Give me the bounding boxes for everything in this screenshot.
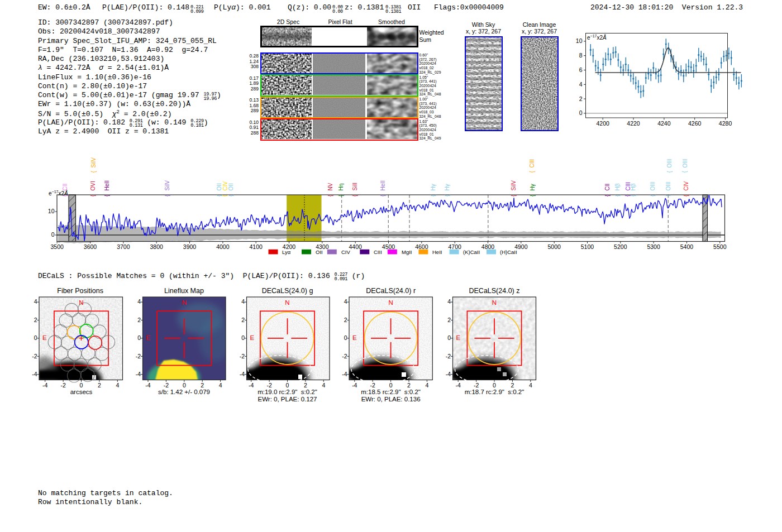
svg-text:{: { bbox=[666, 171, 673, 173]
svg-text:Hβ: Hβ bbox=[614, 183, 621, 190]
svg-text:CIII: CIII bbox=[529, 159, 535, 168]
svg-text:NV: NV bbox=[327, 183, 333, 190]
svg-text:Hγ: Hγ bbox=[430, 184, 436, 190]
svg-text:HeII: HeII bbox=[380, 180, 386, 190]
svg-text:SiII: SiII bbox=[352, 183, 358, 190]
svg-text:SiIV: SiIV bbox=[511, 180, 517, 191]
svg-text:OIII: OIII bbox=[665, 181, 671, 190]
svg-text:OIII: OIII bbox=[650, 181, 656, 190]
svg-text:Hβ: Hβ bbox=[630, 183, 636, 190]
svg-text:OIII: OIII bbox=[682, 159, 688, 167]
svg-text:Hγ: Hγ bbox=[444, 184, 450, 190]
svg-text:OIII: OIII bbox=[666, 159, 673, 167]
svg-text:{: { bbox=[682, 171, 688, 173]
svg-text:{: { bbox=[90, 171, 97, 173]
svg-text:Hη: Hη bbox=[338, 184, 344, 191]
svg-text:OII: OII bbox=[228, 183, 234, 190]
svg-text:HeII: HeII bbox=[104, 180, 110, 190]
svg-text:OVI: OVI bbox=[90, 181, 96, 190]
svg-text:{: { bbox=[529, 171, 535, 173]
svg-text:Hγ: Hγ bbox=[530, 184, 536, 190]
svg-text:CIV: CIV bbox=[222, 181, 228, 191]
svg-text:SiIV: SiIV bbox=[90, 157, 97, 168]
svg-text:CIV: CIV bbox=[683, 181, 689, 191]
svg-text:SiIV: SiIV bbox=[164, 180, 170, 191]
svg-text:CII: CII bbox=[604, 184, 611, 191]
